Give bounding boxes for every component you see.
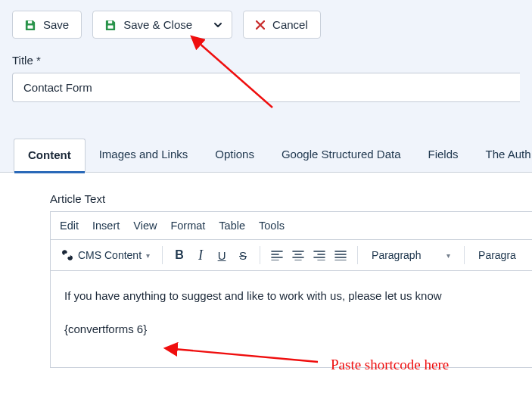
save-icon (105, 20, 116, 30)
article-text-label: Article Text (50, 192, 532, 205)
editor-menu-format[interactable]: Format (170, 220, 205, 232)
svg-rect-3 (108, 20, 112, 23)
tab-options[interactable]: Options (201, 139, 268, 172)
cancel-button-label: Cancel (272, 18, 308, 31)
block-format-label: Paragraph (372, 249, 421, 261)
editor-menu-edit[interactable]: Edit (60, 220, 79, 232)
save-button-label: Save (43, 18, 69, 31)
svg-rect-2 (108, 25, 114, 28)
chevron-down-icon: ▾ (146, 251, 150, 260)
save-close-button-label: Save & Close (123, 18, 192, 31)
save-close-button[interactable]: Save & Close (93, 11, 204, 38)
editor-menu-insert[interactable]: Insert (92, 220, 120, 232)
tab-bar: Content Images and Links Options Google … (0, 139, 532, 173)
block-format-dropdown-2[interactable]: Paragra (471, 245, 524, 266)
save-close-dropdown-toggle[interactable] (204, 11, 232, 38)
title-label: Title * (12, 54, 520, 67)
editor-text-line: If you have anything to suggest and like… (64, 286, 518, 306)
strikethrough-button[interactable]: S (232, 245, 254, 266)
rich-text-editor: Edit Insert View Format Table Tools CMS … (50, 211, 532, 368)
editor-text-line: {convertforms 6} (64, 319, 518, 339)
chevron-down-icon (213, 20, 222, 30)
block-format-label-2: Paragra (478, 249, 516, 261)
editor-menubar: Edit Insert View Format Table Tools (51, 212, 532, 240)
close-icon (256, 20, 265, 30)
save-close-split-button: Save & Close (92, 11, 232, 39)
underline-button[interactable]: U (211, 245, 232, 266)
cancel-button[interactable]: Cancel (243, 11, 321, 39)
editor-menu-view[interactable]: View (133, 220, 157, 232)
svg-rect-0 (28, 25, 33, 28)
tab-structured-data[interactable]: Google Structured Data (268, 139, 415, 172)
align-left-button[interactable] (266, 245, 288, 266)
bold-button[interactable]: B (169, 245, 190, 266)
joomla-icon (61, 249, 73, 261)
tab-author[interactable]: The Auth (472, 139, 532, 172)
title-input[interactable] (12, 73, 520, 102)
svg-rect-1 (28, 20, 32, 23)
align-center-button[interactable] (288, 245, 309, 266)
editor-menu-tools[interactable]: Tools (259, 220, 285, 232)
italic-button[interactable]: I (190, 245, 211, 266)
editor-toolbar: CMS Content ▾ B I U S (51, 240, 532, 271)
cms-content-label: CMS Content (78, 249, 142, 261)
save-icon (25, 20, 36, 30)
block-format-dropdown[interactable]: Paragraph ▾ (364, 245, 458, 266)
save-button[interactable]: Save (12, 11, 82, 39)
chevron-down-icon: ▾ (446, 251, 450, 260)
editor-menu-table[interactable]: Table (219, 220, 245, 232)
cms-content-button[interactable]: CMS Content ▾ (55, 245, 156, 266)
tab-images-links[interactable]: Images and Links (86, 139, 202, 172)
editor-content-area[interactable]: If you have anything to suggest and like… (51, 271, 532, 367)
tab-fields[interactable]: Fields (415, 139, 472, 172)
tab-content[interactable]: Content (14, 139, 86, 173)
align-justify-button[interactable] (330, 245, 351, 266)
align-right-button[interactable] (309, 245, 330, 266)
